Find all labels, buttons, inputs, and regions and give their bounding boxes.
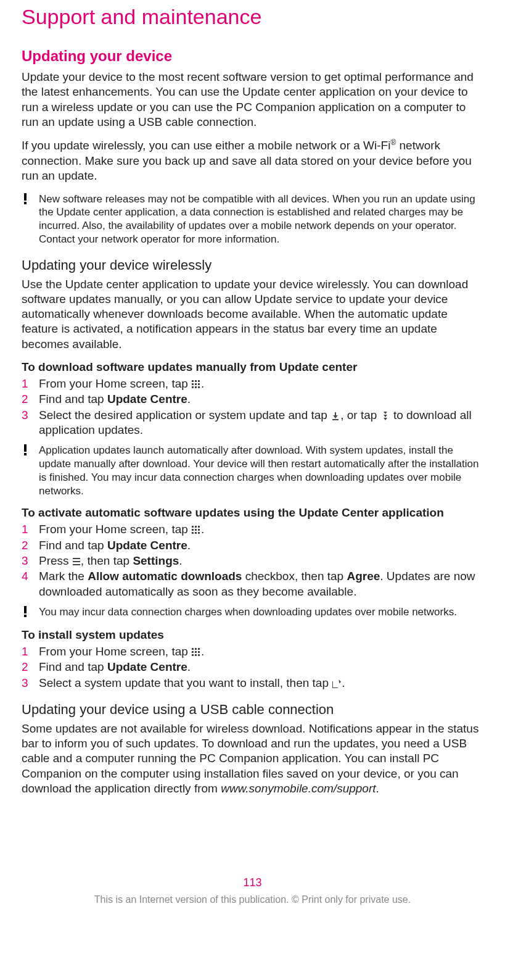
step-item: 2 Find and tap Update Centre.: [22, 660, 483, 675]
step-number: 2: [22, 392, 39, 407]
open-icon: [332, 679, 341, 688]
step-item: 2 Find and tap Update Centre.: [22, 392, 483, 407]
note: Application updates launch automatically…: [22, 444, 483, 497]
step-item: 1 From your Home screen, tap .: [22, 376, 483, 391]
step-item: 3 Select a system update that you want t…: [22, 676, 483, 691]
caution-icon: [22, 605, 39, 620]
caution-icon: [22, 444, 39, 458]
page-title: Support and maintenance: [22, 5, 483, 29]
body-text: Update your device to the most recent so…: [22, 70, 483, 130]
step-item: 3 Select the desired application or syst…: [22, 408, 483, 438]
page-footer: 113 This is an Internet version of this …: [22, 876, 483, 918]
note: New software releases may not be compati…: [22, 193, 483, 246]
step-number: 3: [22, 676, 39, 691]
apps-grid-icon: [192, 380, 200, 389]
step-item: 2 Find and tap Update Centre.: [22, 538, 483, 553]
menu-icon: [73, 557, 80, 566]
footer-text: This is an Internet version of this publ…: [22, 894, 483, 905]
step-number: 1: [22, 644, 39, 659]
task-heading: To install system updates: [22, 628, 483, 642]
apps-grid-icon: [192, 526, 200, 534]
page-number: 113: [22, 876, 483, 889]
subsection-heading-usb: Updating your device using a USB cable c…: [22, 702, 483, 718]
step-list: 1 From your Home screen, tap . 2 Find an…: [22, 376, 483, 438]
step-item: 1 From your Home screen, tap .: [22, 644, 483, 659]
body-text: If you update wirelessly, you can use ei…: [22, 138, 483, 183]
step-number: 3: [22, 408, 39, 423]
step-number: 1: [22, 376, 39, 391]
caution-icon: [22, 193, 39, 207]
step-item: 1 From your Home screen, tap .: [22, 522, 483, 537]
step-item: 4 Mark the Allow automatic downloads che…: [22, 569, 483, 599]
body-text: Some updates are not available for wirel…: [22, 721, 483, 797]
subsection-heading-wireless: Updating your device wirelessly: [22, 257, 483, 273]
step-item: 3 Press , then tap Settings.: [22, 554, 483, 568]
step-list: 1 From your Home screen, tap . 2 Find an…: [22, 522, 483, 599]
download-icon: [331, 412, 340, 420]
section-heading-update-device: Updating your device: [22, 48, 483, 65]
note: You may incur data connection charges wh…: [22, 605, 483, 620]
support-link: www.sonymobile.com/support: [221, 782, 376, 795]
task-heading: To download software updates manually fr…: [22, 360, 483, 374]
body-text: Use the Update center application to upd…: [22, 277, 483, 352]
step-number: 4: [22, 569, 39, 584]
step-list: 1 From your Home screen, tap . 2 Find an…: [22, 644, 483, 691]
step-number: 2: [22, 660, 39, 675]
task-heading: To activate automatic software updates u…: [22, 506, 483, 520]
download-all-icon: [381, 412, 390, 420]
step-number: 2: [22, 538, 39, 553]
step-number: 1: [22, 522, 39, 537]
step-number: 3: [22, 554, 39, 568]
apps-grid-icon: [192, 648, 200, 657]
note-text: You may incur data connection charges wh…: [39, 605, 457, 619]
note-text: Application updates launch automatically…: [39, 444, 483, 497]
note-text: New software releases may not be compati…: [39, 193, 483, 246]
